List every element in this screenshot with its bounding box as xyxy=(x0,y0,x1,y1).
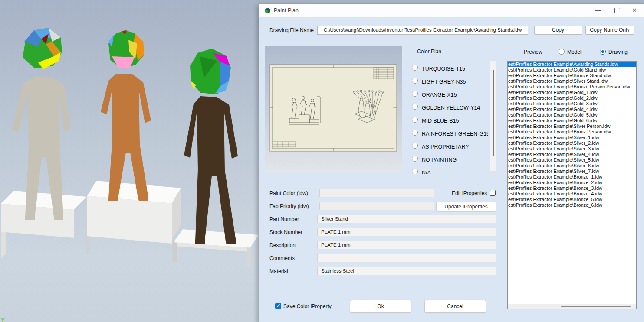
list-item[interactable]: est\Profiles Extractor Example\Bronze_4.… xyxy=(508,191,636,197)
update-iproperties-button[interactable]: Update iProperties xyxy=(436,202,496,212)
minimize-button[interactable] xyxy=(591,4,605,17)
comments-label: Comments xyxy=(269,255,295,261)
ok-button[interactable]: Ok xyxy=(350,300,411,313)
list-item[interactable]: est\Profiles Extractor Example\Bronze_2.… xyxy=(508,180,636,185)
podium-middle-front xyxy=(87,196,172,244)
list-item[interactable]: est\Profiles Extractor Example\Silver_3.… xyxy=(508,146,636,152)
list-item[interactable]: est\Profiles Extractor Example\Bronze_5.… xyxy=(508,197,636,202)
preview-label: Preview xyxy=(524,49,542,55)
list-item[interactable]: est\Profiles Extractor Example\Bronz Per… xyxy=(508,129,636,135)
list-item[interactable]: est\Profiles Extractor Example\Gold_4.id… xyxy=(508,107,636,112)
drawing-preview-image xyxy=(265,46,402,172)
list-item[interactable]: est\Profiles Extractor Example\Silver_4.… xyxy=(508,152,636,157)
color-plan-option[interactable]: GOLDEN YELLOW-Y14 xyxy=(412,104,488,110)
preview-sheet xyxy=(270,65,397,151)
color-plan-label: Color Plan xyxy=(417,49,441,55)
drawing-radio[interactable] xyxy=(600,49,606,55)
color-plan-scrollbar[interactable] xyxy=(490,61,496,171)
color-plan-option-label: LIGHT GREY-N35 xyxy=(422,79,466,85)
copy-button[interactable]: Copy xyxy=(534,26,582,35)
model-radio-label: Model xyxy=(567,49,582,55)
stock-number-input[interactable]: PLATE 1 mm xyxy=(317,228,496,236)
comments-input[interactable] xyxy=(317,254,496,262)
color-plan-option-label: RAINFOREST GREEN-G15 xyxy=(422,131,488,137)
color-plan-option[interactable]: LIGHT GREY-N35 xyxy=(412,78,488,84)
radio-icon xyxy=(412,130,418,136)
list-item[interactable]: est\Profiles Extractor Example\Silver_5.… xyxy=(508,157,636,163)
hscrollbar-thumb[interactable] xyxy=(561,306,631,307)
paint-color-input[interactable] xyxy=(319,189,434,197)
list-item[interactable]: est\Profiles Extractor Example\Bronze_3.… xyxy=(508,185,636,191)
color-plan-option[interactable]: N/A xyxy=(412,169,488,174)
list-item[interactable]: est\Profiles Extractor Example\Silver_2.… xyxy=(508,140,636,146)
list-item[interactable]: est\Profiles Extractor Example\Gold_1.id… xyxy=(508,90,636,95)
list-item[interactable]: est\Profiles Extractor Example\Silver_7.… xyxy=(508,169,636,174)
edit-iproperties-label: Edit iProperties xyxy=(452,190,487,196)
file-list-hscrollbar[interactable] xyxy=(507,304,637,309)
description-label: Description xyxy=(269,242,296,248)
radio-icon xyxy=(412,156,418,162)
color-plan-option-label: GOLDEN YELLOW-Y14 xyxy=(422,105,480,111)
list-item[interactable]: est\Profiles Extractor Example\Gold_2.id… xyxy=(508,95,636,101)
model-radio[interactable] xyxy=(559,49,565,55)
list-item[interactable]: est\Profiles Extractor Example\Gold_3.id… xyxy=(508,101,636,107)
color-plan-option-label: ORANGE-X15 xyxy=(422,92,457,98)
fab-priority-input[interactable] xyxy=(319,202,434,210)
drawing-file-name-label: Drawing File Name xyxy=(269,27,314,33)
description-input[interactable]: PLATE 1 mm xyxy=(317,241,496,249)
color-plan-option-label: TURQUOISE-T15 xyxy=(422,66,465,72)
radio-icon xyxy=(412,117,418,123)
color-plan-option-label: N/A xyxy=(422,170,431,174)
list-item[interactable]: est\Profiles Extractor Example\Bronze_1.… xyxy=(508,174,636,180)
maximize-button[interactable] xyxy=(610,4,624,17)
drawing-radio-label: Drawing xyxy=(608,49,628,55)
model-viewport[interactable]: Y xyxy=(0,0,259,322)
file-list[interactable]: est\Profiles Extractor Example\Awarding … xyxy=(507,61,637,309)
color-plan-option-label: NO PAINTING xyxy=(422,157,457,163)
list-item[interactable]: est\Profiles Extractor Example\Gold_5.id… xyxy=(508,112,636,118)
edit-iproperties-checkbox[interactable] xyxy=(490,190,496,196)
list-item[interactable]: est\Profiles Extractor Example\Awarding … xyxy=(508,62,636,67)
radio-icon xyxy=(412,143,418,149)
material-label: Material xyxy=(269,268,288,274)
part-number-label: Part Number xyxy=(269,216,299,222)
color-plan-option[interactable]: AS PROPRIETARY xyxy=(412,143,488,149)
save-color-iproperty-label: Save Color iProperty xyxy=(283,303,332,309)
color-plan-option[interactable]: NO PAINTING xyxy=(412,156,488,162)
color-plan-option[interactable]: RAINFOREST GREEN-G15 xyxy=(412,130,488,136)
color-plan-option[interactable]: MID BLUE-B15 xyxy=(412,117,488,123)
dialog-titlebar[interactable]: Paint Plan ✕ xyxy=(259,4,644,17)
color-plan-options: TURQUOISE-T15 LIGHT GREY-N35 ORANGE-X15 … xyxy=(412,61,488,174)
list-item[interactable]: est\Profiles Extractor Example\Bronze Pe… xyxy=(508,84,636,90)
scrollbar-thumb[interactable] xyxy=(493,70,494,156)
list-item[interactable]: est\Profiles Extractor Example\Silver St… xyxy=(508,78,636,84)
y-axis-label: Y xyxy=(1,317,5,322)
list-item[interactable]: est\Profiles Extractor Example\Silver_6.… xyxy=(508,163,636,169)
list-item[interactable]: est\Profiles Extractor Example\Silver Pe… xyxy=(508,124,636,129)
color-plan-option[interactable]: ORANGE-X15 xyxy=(412,91,488,97)
dialog-title: Paint Plan xyxy=(274,7,299,13)
radio-icon xyxy=(412,91,418,97)
list-item[interactable]: est\Profiles Extractor Example\Gold_6.id… xyxy=(508,118,636,124)
radio-icon xyxy=(412,104,418,110)
cancel-button[interactable]: Cancel xyxy=(424,300,486,313)
material-input[interactable]: Stainless Steel xyxy=(317,267,496,275)
podium-right-tab-mid xyxy=(174,242,177,262)
list-item[interactable]: est\Profiles Extractor Example\Gold Stan… xyxy=(508,67,636,73)
list-item[interactable]: est\Profiles Extractor Example\Silver_1.… xyxy=(508,135,636,140)
paint-color-label: Paint Color (idw) xyxy=(269,190,308,196)
list-item[interactable]: est\Profiles Extractor Example\Bronze St… xyxy=(508,73,636,78)
copy-name-only-button[interactable]: Copy Name Only xyxy=(585,26,634,35)
radio-icon xyxy=(412,169,418,174)
list-item[interactable]: est\Profiles Extractor Example\Bronze_6.… xyxy=(508,202,636,208)
color-plan-option-label: AS PROPRIETARY xyxy=(422,144,469,150)
save-color-iproperty-checkbox[interactable] xyxy=(275,303,281,309)
part-number-input[interactable]: Silver Stand xyxy=(317,215,496,223)
app-cube-icon xyxy=(264,7,271,14)
podium-right-tab-right xyxy=(247,247,251,267)
color-plan-option-label: MID BLUE-B15 xyxy=(422,118,459,124)
radio-icon xyxy=(412,78,418,84)
close-button[interactable]: ✕ xyxy=(627,4,642,17)
color-plan-option[interactable]: TURQUOISE-T15 xyxy=(412,65,488,71)
drawing-file-name-input[interactable]: C:\Users\wangf\Downloads\Inventor Test\P… xyxy=(317,26,528,35)
